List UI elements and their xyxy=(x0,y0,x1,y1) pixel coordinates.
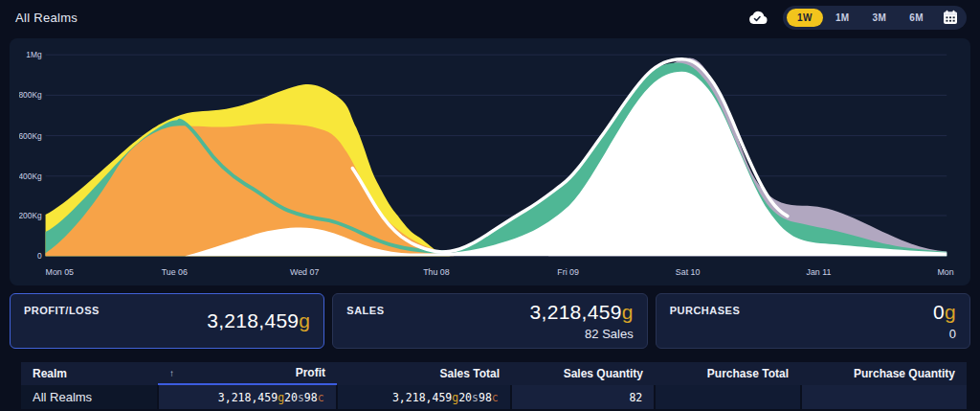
sales-total-cell: 3,218,459g20s98c xyxy=(338,385,510,409)
calendar-icon[interactable] xyxy=(940,9,961,26)
column-header-purchase-total[interactable]: Purchase Total xyxy=(655,362,800,385)
column-header-purchase-quantity[interactable]: Purchase Quantity xyxy=(800,362,967,385)
chart-panel: 1Mg800Kg600Kg400Kg200Kg0Mon 05Tue 06Wed … xyxy=(10,38,970,285)
realm-cell: All Realms xyxy=(21,385,157,409)
x-axis-label: Wed 07 xyxy=(290,267,319,277)
x-axis-label: Sat 10 xyxy=(676,267,701,277)
chart-svg[interactable]: 1Mg800Kg600Kg400Kg200Kg0Mon 05Tue 06Wed … xyxy=(19,50,961,282)
range-1m[interactable]: 1M xyxy=(825,9,860,27)
realms-table: Realm ↑ Profit Sales Total Sales Quantit… xyxy=(21,362,967,409)
gold-unit: g xyxy=(945,301,956,323)
card-label: SALES xyxy=(346,303,384,339)
sort-ascending-icon: ↑ xyxy=(169,368,174,378)
y-axis-label: 200Kg xyxy=(19,211,42,220)
gold-unit: g xyxy=(299,309,310,331)
x-axis-label: Tue 06 xyxy=(162,267,188,277)
purchase-quantity-cell xyxy=(802,385,967,409)
y-axis-label: 800Kg xyxy=(19,90,42,100)
table-header-row: Realm ↑ Profit Sales Total Sales Quantit… xyxy=(21,362,967,385)
y-axis-label: 600Kg xyxy=(19,131,42,141)
gold-unit: g xyxy=(622,301,634,323)
top-bar: All Realms 1W 1M 3M 6M xyxy=(0,0,980,34)
y-axis-label: 1Mg xyxy=(26,50,41,59)
card-label: PURCHASES xyxy=(670,303,741,339)
page-title: All Realms xyxy=(15,11,78,25)
purchases-card[interactable]: PURCHASES 0g 0 xyxy=(656,293,970,349)
range-1w[interactable]: 1W xyxy=(787,9,823,27)
range-6m[interactable]: 6M xyxy=(899,9,934,27)
x-axis-label: Mon xyxy=(937,267,953,277)
purchases-value: 0g xyxy=(933,301,956,324)
table-row[interactable]: All Realms 3,218,459g20s98c 3,218,459g20… xyxy=(21,385,967,409)
sales-value: 3,218,459g xyxy=(530,301,634,324)
range-selector: 1W 1M 3M 6M xyxy=(783,6,967,30)
purchases-count: 0 xyxy=(949,327,956,341)
sales-count: 82 Sales xyxy=(585,327,634,341)
profit-loss-card[interactable]: PROFIT/LOSS 3,218,459g xyxy=(10,293,324,349)
purchase-total-cell xyxy=(656,385,799,409)
profit-cell: 3,218,459g20s98c xyxy=(159,385,336,409)
range-3m[interactable]: 3M xyxy=(862,9,898,27)
stat-cards: PROFIT/LOSS 3,218,459g SALES 3,218,459g … xyxy=(10,293,970,349)
cloud-sync-icon[interactable] xyxy=(745,8,769,27)
column-header-realm[interactable]: Realm xyxy=(21,362,158,385)
profit-loss-value: 3,218,459g xyxy=(207,309,310,332)
sales-quantity-cell: 82 xyxy=(512,385,655,409)
x-axis-label: Jan 11 xyxy=(806,267,831,277)
column-header-profit[interactable]: ↑ Profit xyxy=(158,362,337,385)
y-axis-label: 0 xyxy=(37,251,42,261)
column-header-sales-total[interactable]: Sales Total xyxy=(337,362,511,385)
x-axis-label: Thu 08 xyxy=(423,267,450,277)
x-axis-label: Fri 09 xyxy=(557,267,579,277)
sales-card[interactable]: SALES 3,218,459g 82 Sales xyxy=(332,293,647,349)
column-header-sales-quantity[interactable]: Sales Quantity xyxy=(511,362,655,385)
y-axis-label: 400Kg xyxy=(19,171,42,181)
card-label: PROFIT/LOSS xyxy=(24,303,100,339)
top-bar-controls: 1W 1M 3M 6M xyxy=(745,6,967,30)
x-axis-label: Mon 05 xyxy=(46,267,74,277)
